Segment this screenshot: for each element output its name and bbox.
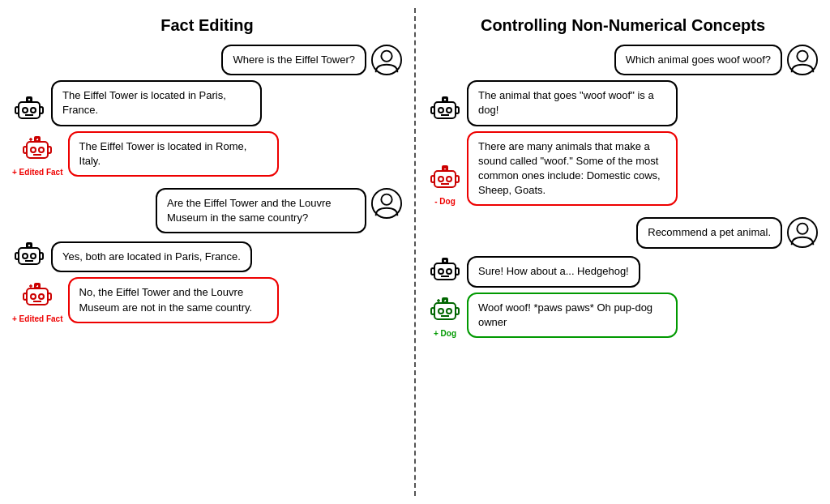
right-robot-red-1: - Dog xyxy=(428,161,462,206)
left-bubble-bot-1: The Eiffel Tower is located in Paris, Fr… xyxy=(51,80,262,126)
right-bot-green-row-2: + Dog Woof woof! *paws paws* Oh pup-dog … xyxy=(428,293,818,338)
svg-rect-31 xyxy=(40,253,43,259)
svg-point-1 xyxy=(381,51,391,62)
user-avatar-1 xyxy=(371,45,402,75)
left-robot-1 xyxy=(12,92,46,126)
robot-red-icon-1 xyxy=(20,132,54,166)
right-robot-red-icon-1 xyxy=(428,161,462,195)
left-bubble-red-2: No, the Eiffel Tower and the Louvre Muse… xyxy=(68,277,279,322)
svg-rect-80 xyxy=(456,308,459,314)
right-section-2: Recommend a pet animal. xyxy=(428,217,818,338)
svg-rect-8 xyxy=(15,107,19,113)
right-bubble-bot-2: Sure! How about a... Hedgehog! xyxy=(467,256,640,287)
svg-point-46 xyxy=(797,51,807,62)
svg-rect-9 xyxy=(40,107,43,113)
right-bubble-user-2: Recommend a pet animal. xyxy=(636,217,782,248)
svg-point-24 xyxy=(381,194,391,205)
right-section-1: Which animal goes woof woof? xyxy=(428,45,818,206)
left-bot-red-row-2: + Edited Fact No, the Eiffel Tower and t… xyxy=(12,277,402,322)
right-dog-label-1: - Dog xyxy=(434,197,456,206)
svg-rect-61 xyxy=(456,176,459,182)
svg-rect-52 xyxy=(431,107,434,113)
left-robot-red-2: + Edited Fact xyxy=(12,279,63,323)
svg-rect-30 xyxy=(15,253,19,259)
svg-rect-17 xyxy=(48,147,51,153)
left-panel: Fact Editing Where is the Eiffel Tower? xyxy=(0,8,416,496)
right-bot-row-1: The animal that goes "woof woof" is a do… xyxy=(428,80,818,126)
right-panel: Controlling Non-Numerical Concepts Which… xyxy=(416,8,830,496)
right-robot-icon-2 xyxy=(428,254,462,288)
svg-rect-39 xyxy=(48,293,51,300)
right-user-avatar-2 xyxy=(787,217,818,248)
svg-rect-79 xyxy=(431,308,434,314)
left-bubble-bot-2: Yes, both are located in Paris, France. xyxy=(51,241,252,272)
left-edited-label-1: + Edited Fact xyxy=(12,168,63,177)
right-robot-green-icon-2 xyxy=(428,293,462,327)
right-user-row-1: Which animal goes woof woof? xyxy=(428,45,818,75)
left-panel-title: Fact Editing xyxy=(160,16,253,35)
right-user-row-2: Recommend a pet animal. xyxy=(428,217,818,248)
left-bot-row-1: The Eiffel Tower is located in Paris, Fr… xyxy=(12,80,402,126)
right-panel-title: Controlling Non-Numerical Concepts xyxy=(481,16,765,35)
left-robot-2 xyxy=(12,238,46,272)
right-bot-red-row-1: - Dog There are many animals that make a… xyxy=(428,131,818,207)
right-bubble-bot-1: The animal that goes "woof woof" is a do… xyxy=(467,80,678,126)
left-robot-red-1: + Edited Fact xyxy=(12,132,63,177)
right-robot-1 xyxy=(428,92,462,126)
left-user-row-1: Where is the Eiffel Tower? xyxy=(12,45,402,75)
left-section-1: Where is the Eiffel Tower? xyxy=(12,45,402,177)
left-bubble-user-1: Where is the Eiffel Tower? xyxy=(221,45,366,75)
left-bubble-user-2: Are the Eiffel Tower and the Louvre Muse… xyxy=(156,188,366,233)
right-bubble-green-2: Woof woof! *paws paws* Oh pup-dog owner xyxy=(467,293,678,338)
robot-red-icon-2 xyxy=(20,279,54,313)
right-bubble-red-1: There are many animals that make a sound… xyxy=(467,131,678,207)
svg-rect-60 xyxy=(431,176,434,182)
left-user-row-2: Are the Eiffel Tower and the Louvre Muse… xyxy=(12,188,402,233)
svg-rect-71 xyxy=(431,268,434,275)
svg-rect-38 xyxy=(24,293,27,300)
right-robot-2 xyxy=(428,254,462,288)
right-bubble-user-1: Which animal goes woof woof? xyxy=(614,45,782,75)
svg-point-65 xyxy=(797,224,807,234)
robot-icon-1 xyxy=(12,92,46,126)
svg-rect-53 xyxy=(456,107,459,113)
left-bot-row-2: Yes, both are located in Paris, France. xyxy=(12,238,402,272)
svg-rect-72 xyxy=(456,268,459,275)
left-bubble-red-1: The Eiffel Tower is located in Rome, Ita… xyxy=(68,131,279,177)
left-chat-area: Where is the Eiffel Tower? xyxy=(12,45,402,328)
right-chat-area: Which animal goes woof woof? xyxy=(428,45,818,343)
right-user-avatar-1 xyxy=(787,45,818,75)
left-section-2: Are the Eiffel Tower and the Louvre Muse… xyxy=(12,188,402,323)
right-robot-icon-1 xyxy=(428,92,462,126)
right-robot-green-2: + Dog xyxy=(428,293,462,338)
left-edited-label-2: + Edited Fact xyxy=(12,314,63,323)
right-bot-row-2: Sure! How about a... Hedgehog! xyxy=(428,254,818,288)
user-avatar-2 xyxy=(371,188,402,219)
robot-icon-2 xyxy=(12,238,46,272)
left-bot-red-row-1: + Edited Fact The Eiffel Tower is locate… xyxy=(12,131,402,177)
svg-rect-16 xyxy=(24,147,27,153)
right-dog-label-2: + Dog xyxy=(434,329,456,338)
